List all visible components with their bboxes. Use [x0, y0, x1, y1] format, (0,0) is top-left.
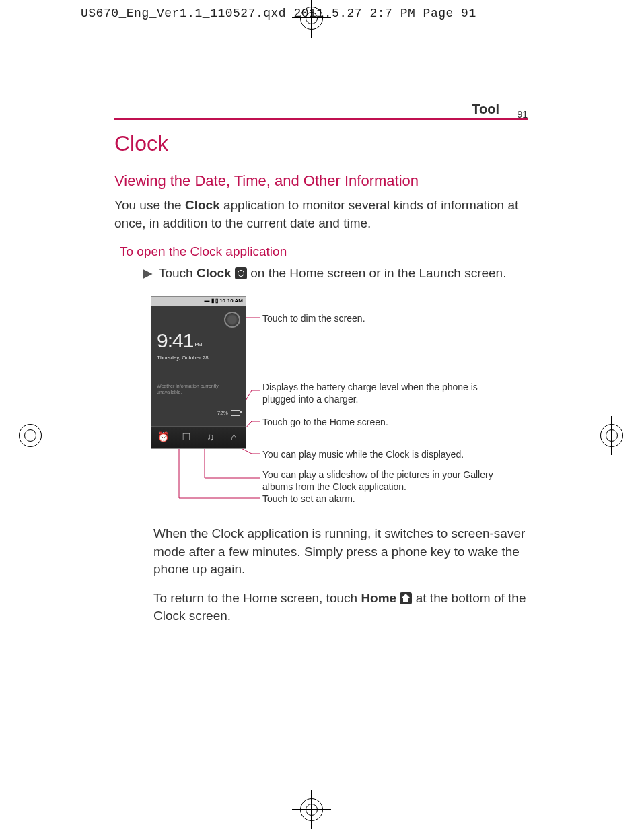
- clock-date: Thursday, October 28: [157, 355, 217, 363]
- crop-line: [73, 0, 73, 121]
- time-value: 9:41: [157, 329, 193, 351]
- clock-time: 9:41PM: [157, 329, 201, 352]
- status-time: 10:10 AM: [219, 298, 243, 304]
- battery-indicator: 72%: [217, 410, 240, 416]
- bold-home: Home: [361, 591, 396, 605]
- dim-button-icon: [224, 312, 240, 328]
- bold-app-name: Clock: [185, 198, 220, 212]
- signal-icon: ▬ ▮ ▯: [205, 298, 220, 304]
- crop-line: [598, 61, 632, 61]
- intro-paragraph: You use the Clock application to monitor…: [114, 197, 532, 232]
- callout-alarm: Touch to set an alarm.: [262, 493, 505, 505]
- text: You use the: [114, 198, 185, 212]
- step-heading: To open the Clock application: [120, 244, 532, 259]
- phone-screenshot: ▬ ▮ ▯ 10:10 AM 9:41PM Thursday, October …: [151, 296, 246, 449]
- callout-home: Touch go to the Home screen.: [262, 416, 505, 428]
- gallery-icon: ❐: [181, 431, 193, 444]
- text: on the Home screen or in the Launch scre…: [250, 266, 506, 280]
- bold-app-name: Clock: [197, 266, 231, 280]
- paragraph-return-home: To return to the Home screen, touch Home…: [153, 590, 530, 625]
- music-icon: ♫: [205, 431, 217, 444]
- ampm: PM: [194, 341, 201, 347]
- registration-mark-icon: [600, 424, 623, 447]
- callout-battery: Displays the battery charge level when t…: [262, 381, 505, 405]
- alarm-icon: ⏰: [157, 431, 170, 444]
- section-header: Tool 91: [114, 100, 528, 120]
- crop-line: [598, 779, 632, 779]
- callout-dim: Touch to dim the screen.: [262, 312, 505, 324]
- home-icon: ⌂: [228, 431, 240, 444]
- registration-mark-icon: [300, 798, 323, 821]
- callout-slideshow: You can play a slideshow of the pictures…: [262, 468, 505, 493]
- weather-text: Weather information currently unavailabl…: [157, 383, 224, 395]
- instruction-line: ▶ Touch Clock on the Home screen or in t…: [143, 265, 532, 283]
- battery-icon: [231, 410, 240, 416]
- battery-percent: 72%: [217, 410, 228, 416]
- clock-icon: [235, 267, 247, 279]
- clock-app-figure: ▬ ▮ ▯ 10:10 AM 9:41PM Thursday, October …: [151, 296, 528, 505]
- clock-bottom-bar: ⏰ ❐ ♫ ⌂: [151, 426, 246, 448]
- status-bar: ▬ ▮ ▯ 10:10 AM: [151, 297, 246, 306]
- file-slug: US670_Eng_Ver1.1_110527.qxd 2011.5.27 2:…: [81, 7, 476, 20]
- page-title: Clock: [114, 131, 532, 156]
- crop-line: [10, 61, 44, 61]
- text: Touch: [159, 266, 197, 280]
- paragraph-screensaver: When the Clock application is running, i…: [153, 525, 530, 579]
- crop-line: [10, 779, 44, 779]
- text: To return to the Home screen, touch: [153, 591, 361, 605]
- section-subtitle: Viewing the Date, Time, and Other Inform…: [114, 172, 532, 190]
- callout-music: You can play music while the Clock is di…: [262, 448, 505, 460]
- section-label: Tool: [472, 102, 499, 117]
- registration-mark-icon: [300, 7, 323, 30]
- triangle-bullet-icon: ▶: [143, 266, 153, 280]
- home-icon: [400, 592, 412, 604]
- registration-mark-icon: [19, 424, 42, 447]
- page-number: 91: [517, 109, 528, 120]
